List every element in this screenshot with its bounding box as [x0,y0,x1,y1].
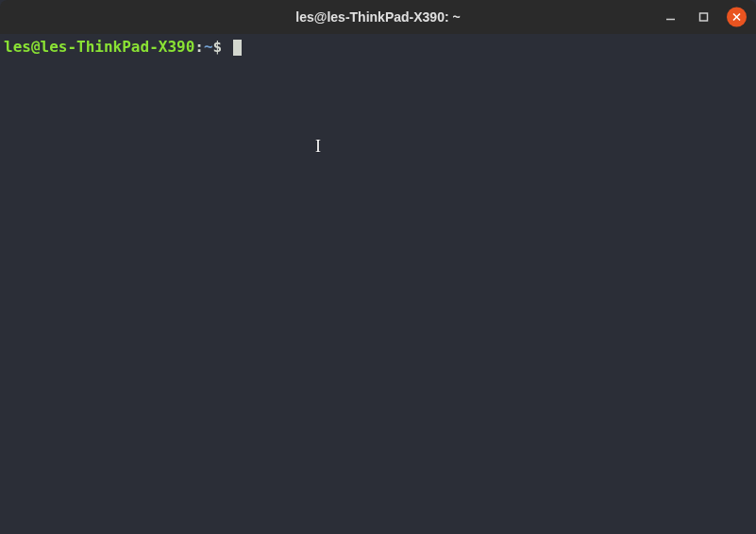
minimize-button[interactable] [661,8,680,27]
ibeam-cursor-icon: I [315,136,321,158]
close-icon [731,12,742,23]
prompt-path: ~ [204,38,213,56]
titlebar[interactable]: les@les-ThinkPad-X390: ~ [0,0,756,34]
terminal-cursor [233,40,242,56]
prompt-symbol: $ [213,38,231,56]
svg-rect-1 [700,13,708,21]
window-controls [661,8,747,27]
prompt-colon: : [194,38,204,56]
terminal-body[interactable]: les@les-ThinkPad-X390:~$ I [0,34,756,534]
minimize-icon [665,12,676,23]
prompt-line: les@les-ThinkPad-X390:~$ [4,38,752,57]
window-title: les@les-ThinkPad-X390: ~ [295,9,460,25]
maximize-icon [698,12,709,23]
prompt-user-host: les@les-ThinkPad-X390 [4,38,194,56]
close-button[interactable] [727,8,747,27]
maximize-button[interactable] [694,8,714,27]
